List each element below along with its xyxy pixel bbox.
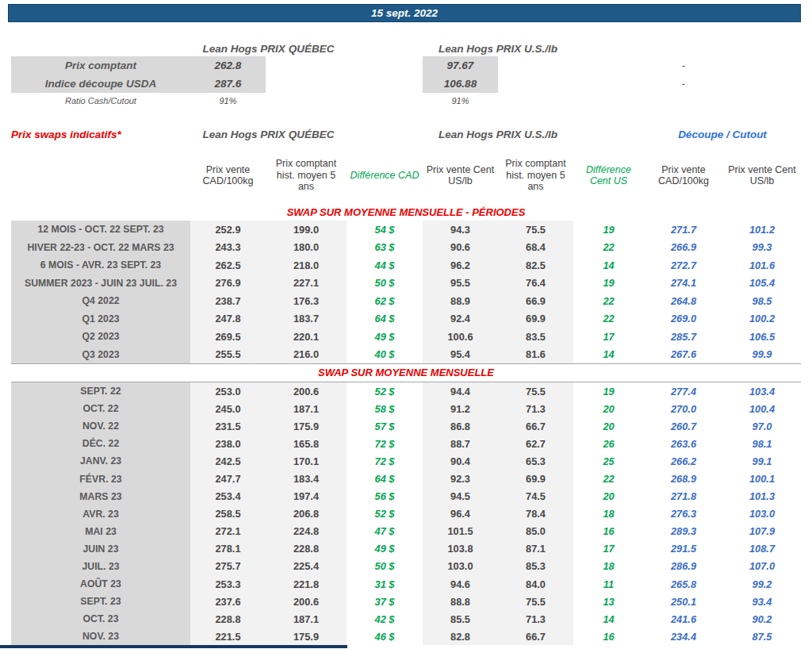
price-sale-us: 95.5: [423, 275, 498, 293]
difference-cad: 49 $: [347, 540, 423, 558]
difference-cad: 37 $: [347, 593, 423, 610]
cutout-price-cad: 291.5: [644, 540, 723, 558]
spot-cash-us: 97.67: [423, 56, 498, 75]
table-row: Q3 2023255.5216.040 $95.481.614267.699.9: [11, 346, 801, 364]
difference-us: 22: [573, 292, 644, 310]
table-row: JUIN 23278.1228.849 $103.887.117291.5108…: [11, 540, 801, 558]
difference-us: 20: [573, 417, 644, 435]
row-label: SUMMER 2023 - JUIN 23 JUIL. 23: [11, 275, 190, 293]
hist-avg-cad: 187.1: [266, 400, 347, 417]
hist-avg-us: 84.0: [498, 575, 573, 593]
hist-avg-cad: 200.6: [266, 382, 347, 400]
price-sale-cad: 221.5: [190, 628, 266, 645]
difference-cad: 64 $: [347, 310, 423, 328]
col-header-price-sale-us: Prix vente Cent US/lb: [423, 148, 498, 203]
hist-avg-us: 66.7: [498, 628, 573, 645]
price-sale-us: 94.6: [423, 575, 498, 593]
price-sale-us: 100.6: [423, 328, 498, 346]
cutout-price-cad: 276.3: [644, 505, 723, 523]
table-row: JANV. 23242.5170.172 $90.465.325266.299.…: [11, 452, 801, 470]
row-label: Q1 2023: [11, 310, 190, 328]
cutout-group-header: Découpe / Cutout: [644, 127, 801, 141]
hist-avg-cad: 228.8: [266, 540, 347, 558]
swaps-column-headers: Prix vente CAD/100kgPrix comptant hist. …: [11, 148, 801, 203]
ratio-qc: 91%: [190, 93, 266, 108]
price-sale-cad: 278.1: [190, 540, 266, 558]
hist-avg-us: 75.5: [498, 593, 573, 610]
cutout-price-cad: 289.3: [644, 523, 723, 540]
table-row: OCT. 23228.8187.142 $85.571.314241.690.2: [11, 610, 801, 628]
table-row: NOV. 23221.5175.946 $82.866.716234.487.5: [11, 628, 801, 645]
table-row: NOV. 22231.5175.957 $86.866.720260.797.0: [11, 417, 801, 435]
row-label: JANV. 23: [11, 452, 190, 470]
spot-us-header: Lean Hogs PRIX U.S./lb: [423, 41, 573, 56]
table-row: 12 MOIS - OCT. 22 SEPT. 23252.9199.054 $…: [11, 221, 801, 239]
row-label: OCT. 22: [11, 400, 190, 417]
table-row: AOÛT 23253.3221.831 $94.684.011265.899.2: [11, 575, 801, 593]
hist-avg-us: 87.1: [498, 540, 573, 558]
cutout-price-us: 98.5: [723, 292, 801, 310]
cutout-price-us: 97.0: [723, 417, 801, 435]
difference-cad: 72 $: [347, 452, 423, 470]
hist-avg-cad: 220.1: [266, 328, 347, 346]
cutout-price-us: 107.9: [723, 523, 801, 540]
cutout-price-cad: 271.8: [644, 488, 723, 505]
swaps-section-label: Prix swaps indicatifs*: [11, 127, 121, 141]
hist-avg-us: 71.3: [498, 400, 573, 417]
hist-avg-us: 65.3: [498, 452, 573, 470]
col-header-hist-avg-cad: Prix comptant hist. moyen 5 ans: [266, 148, 347, 203]
monthly-table: SEPT. 22253.0200.652 $94.475.519277.4103…: [11, 382, 801, 645]
hist-avg-cad: 176.3: [266, 292, 347, 310]
cutout-price-cad: 234.4: [644, 628, 723, 645]
table-row: 6 MOIS - AVR. 23 SEPT. 23262.5218.044 $9…: [11, 256, 801, 275]
cutout-price-cad: 260.7: [644, 417, 723, 435]
hist-avg-us: 66.7: [498, 417, 573, 435]
table-row: Q2 2023269.5220.149 $100.683.517285.7106…: [11, 328, 801, 346]
cutout-price-cad: 268.9: [644, 470, 723, 487]
price-sale-cad: 253.3: [190, 575, 266, 593]
price-sale-us: 90.4: [423, 452, 498, 470]
report-date: 15 sept. 2022: [371, 7, 438, 19]
cutout-price-us: 107.0: [723, 558, 801, 575]
price-sale-us: 92.4: [423, 310, 498, 328]
swaps-us-header: Lean Hogs PRIX U.S./lb: [423, 127, 573, 141]
difference-us: 11: [573, 575, 644, 593]
price-sale-us: 96.4: [423, 505, 498, 523]
hist-avg-cad: 183.4: [266, 470, 347, 487]
row-label: NOV. 22: [11, 417, 190, 435]
cutout-price-cad: 263.6: [644, 435, 723, 452]
table-row: FÉVR. 23247.7183.464 $92.369.922268.9100…: [11, 470, 801, 487]
table-row: SUMMER 2023 - JUIN 23 JUIL. 23276.9227.1…: [11, 275, 801, 293]
row-label: AOÛT 23: [11, 575, 190, 593]
col-header-cutout-price-cad: Prix vente CAD/100kg: [644, 148, 723, 203]
table-row: OCT. 22245.0187.158 $91.271.320270.0100.…: [11, 400, 801, 417]
difference-us: 18: [573, 505, 644, 523]
price-sale-cad: 253.4: [190, 488, 266, 505]
difference-cad: 42 $: [347, 610, 423, 628]
difference-cad: 62 $: [347, 292, 423, 310]
date-banner: 15 sept. 2022: [8, 4, 801, 22]
hist-avg-us: 83.5: [498, 328, 573, 346]
cutout-price-cad: 286.9: [644, 558, 723, 575]
difference-us: 22: [573, 470, 644, 487]
cutout-price-cad: 270.0: [644, 400, 723, 417]
hist-avg-us: 75.5: [498, 382, 573, 400]
ratio-label: Ratio Cash/Cutout: [11, 93, 190, 108]
difference-cad: 57 $: [347, 417, 423, 435]
hist-avg-us: 69.9: [498, 310, 573, 328]
cutout-price-us: 93.4: [723, 593, 801, 610]
cutout-price-cad: 277.4: [644, 382, 723, 400]
table-row: MAI 23272.1224.847 $101.585.016289.3107.…: [11, 523, 801, 540]
cutout-price-cad: 241.6: [644, 610, 723, 628]
cutout-price-cad: 265.8: [644, 575, 723, 593]
cutout-price-cad: 285.7: [644, 328, 723, 346]
difference-cad: 44 $: [347, 256, 423, 275]
price-sale-cad: 272.1: [190, 523, 266, 540]
difference-us: 19: [573, 275, 644, 293]
price-sale-us: 95.4: [423, 346, 498, 364]
difference-cad: 49 $: [347, 328, 423, 346]
row-label: FÉVR. 23: [11, 470, 190, 487]
price-sale-us: 91.2: [423, 400, 498, 417]
row-label: AVR. 23: [11, 505, 190, 523]
difference-us: 13: [573, 593, 644, 610]
